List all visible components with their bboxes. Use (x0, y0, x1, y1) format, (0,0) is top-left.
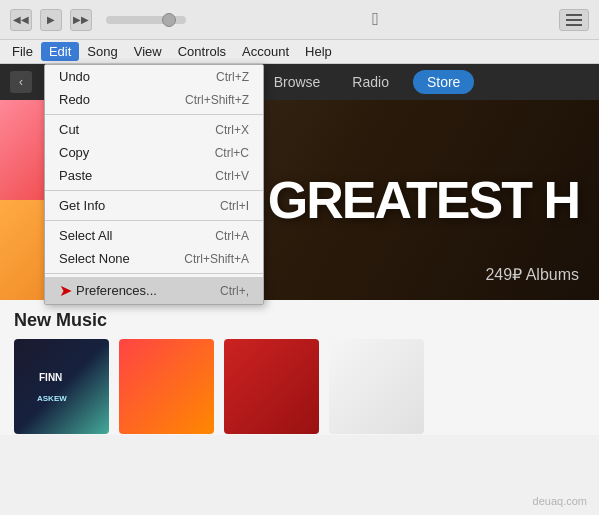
rewind-icon: ◀◀ (13, 14, 29, 25)
rewind-button[interactable]: ◀◀ (10, 9, 32, 31)
preferences-shortcut: Ctrl+, (220, 284, 249, 298)
menu-song[interactable]: Song (79, 42, 125, 61)
album-card-2[interactable] (119, 339, 214, 434)
menu-select-none[interactable]: Select None Ctrl+Shift+A (45, 247, 263, 270)
preferences-row: ➤ Preferences... (59, 281, 157, 300)
select-none-shortcut: Ctrl+Shift+A (184, 252, 249, 266)
volume-slider[interactable] (106, 16, 186, 24)
list-line (566, 24, 582, 26)
menu-view[interactable]: View (126, 42, 170, 61)
edit-dropdown: Undo Ctrl+Z Redo Ctrl+Shift+Z Cut Ctrl+X… (44, 64, 264, 305)
menu-select-all[interactable]: Select All Ctrl+A (45, 224, 263, 247)
new-music-section: New Music FINN ASKEW (0, 300, 599, 435)
list-view-button[interactable] (559, 9, 589, 31)
menu-redo[interactable]: Redo Ctrl+Shift+Z (45, 88, 263, 111)
separator-1 (45, 114, 263, 115)
menu-paste[interactable]: Paste Ctrl+V (45, 164, 263, 187)
menu-cut[interactable]: Cut Ctrl+X (45, 118, 263, 141)
menu-bar: File Edit Song View Controls Account Hel… (0, 40, 599, 64)
redo-shortcut: Ctrl+Shift+Z (185, 93, 249, 107)
copy-shortcut: Ctrl+C (215, 146, 249, 160)
separator-4 (45, 273, 263, 274)
cut-label: Cut (59, 122, 79, 137)
menu-account[interactable]: Account (234, 42, 297, 61)
album-card-1[interactable]: FINN ASKEW (14, 339, 109, 434)
copy-label: Copy (59, 145, 89, 160)
select-none-label: Select None (59, 251, 130, 266)
play-icon: ▶ (47, 14, 55, 25)
album-card-3[interactable] (224, 339, 319, 434)
menu-edit[interactable]: Edit (41, 42, 79, 61)
tab-store[interactable]: Store (413, 70, 474, 94)
arrow-icon: ➤ (59, 281, 72, 300)
forward-button[interactable]: ▶▶ (70, 9, 92, 31)
select-all-shortcut: Ctrl+A (215, 229, 249, 243)
watermark: deuaq.com (533, 495, 587, 507)
album-logo-1: FINN (37, 367, 87, 387)
volume-thumb (162, 13, 176, 27)
title-bar: ◀◀ ▶ ▶▶  (0, 0, 599, 40)
preferences-label: Preferences... (76, 283, 157, 298)
svg-text:ASKEW: ASKEW (37, 394, 67, 403)
apple-logo:  (372, 9, 379, 30)
forward-icon: ▶▶ (73, 14, 89, 25)
hero-text: GREATEST H (268, 170, 579, 230)
separator-3 (45, 220, 263, 221)
svg-text:FINN: FINN (39, 372, 62, 383)
menu-controls[interactable]: Controls (170, 42, 234, 61)
menu-preferences[interactable]: ➤ Preferences... Ctrl+, (45, 277, 263, 304)
menu-get-info[interactable]: Get Info Ctrl+I (45, 194, 263, 217)
list-line (566, 19, 582, 21)
undo-shortcut: Ctrl+Z (216, 70, 249, 84)
menu-copy[interactable]: Copy Ctrl+C (45, 141, 263, 164)
get-info-shortcut: Ctrl+I (220, 199, 249, 213)
paste-shortcut: Ctrl+V (215, 169, 249, 183)
list-line (566, 14, 582, 16)
back-button[interactable]: ‹ (10, 71, 32, 93)
play-button[interactable]: ▶ (40, 9, 62, 31)
undo-label: Undo (59, 69, 90, 84)
cut-shortcut: Ctrl+X (215, 123, 249, 137)
album-card-4[interactable] (329, 339, 424, 434)
paste-label: Paste (59, 168, 92, 183)
select-all-label: Select All (59, 228, 112, 243)
albums-badge: 249₽ Albums (485, 265, 579, 284)
menu-undo[interactable]: Undo Ctrl+Z (45, 65, 263, 88)
menu-help[interactable]: Help (297, 42, 340, 61)
album-row: FINN ASKEW (14, 339, 585, 434)
tab-browse[interactable]: Browse (266, 70, 329, 94)
separator-2 (45, 190, 263, 191)
playback-controls: ◀◀ ▶ ▶▶ (10, 9, 192, 31)
get-info-label: Get Info (59, 198, 105, 213)
redo-label: Redo (59, 92, 90, 107)
tab-radio[interactable]: Radio (344, 70, 397, 94)
menu-file[interactable]: File (4, 42, 41, 61)
new-music-title: New Music (14, 310, 585, 331)
album-logo-2: ASKEW (37, 387, 87, 407)
